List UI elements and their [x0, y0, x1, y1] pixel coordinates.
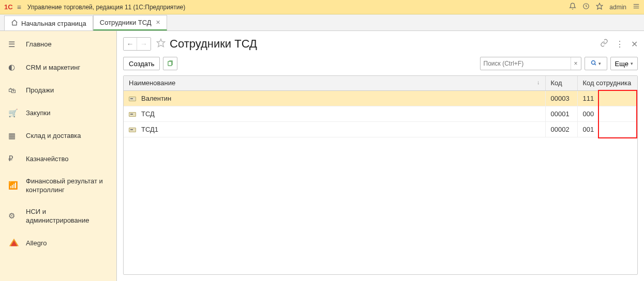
sidebar-item-warehouse[interactable]: ▦ Склад и доставка [0, 124, 116, 147]
svg-line-10 [594, 64, 596, 65]
table: Наименование ↓ Код Код сотрудника Валент… [123, 75, 638, 275]
nav-buttons: ← → [123, 37, 151, 51]
sidebar-label: НСИ и администрирование [26, 207, 108, 225]
sort-indicator-icon: ↓ [537, 79, 540, 85]
cell-code: 00001 [545, 106, 577, 121]
titlebar: 1С ≡ Управление торговлей, редакция 11 (… [0, 0, 644, 14]
cell-name: ТСД1 [124, 121, 545, 137]
table-header-row: Наименование ↓ Код Код сотрудника [124, 76, 637, 90]
svg-marker-7 [157, 39, 165, 46]
magnifier-icon [591, 60, 597, 68]
svg-point-9 [591, 60, 595, 64]
cart-icon: 🛒 [8, 108, 20, 118]
col-name-header[interactable]: Наименование ↓ [124, 76, 545, 90]
cell-emp-code: 000 [577, 106, 637, 121]
sidebar-item-main[interactable]: ☰ Главное [0, 33, 116, 56]
settings-bars-icon[interactable] [633, 3, 640, 11]
sidebar-label: Склад и доставка [26, 131, 81, 140]
sidebar-label: CRM и маркетинг [26, 63, 80, 72]
favorite-star-icon[interactable] [156, 38, 166, 50]
star-icon[interactable] [596, 3, 603, 11]
sidebar-label: Allegro [26, 239, 47, 248]
svg-rect-8 [168, 61, 172, 66]
col-code-header[interactable]: Код [545, 76, 577, 90]
table-row[interactable]: Валентин00003111 [124, 90, 637, 106]
table-row[interactable]: ТСД100002001 [124, 121, 637, 137]
cell-emp-code: 111 [577, 90, 637, 106]
close-tab-icon[interactable]: ✕ [156, 19, 160, 26]
dropdown-menu-icon[interactable]: ≡ [17, 3, 21, 11]
search-box: × [480, 57, 581, 70]
history-icon[interactable] [582, 3, 590, 11]
allegro-icon [8, 238, 20, 249]
page-title: Сотрудники ТСД [170, 37, 257, 51]
sidebar-item-purchases[interactable]: 🛒 Закупки [0, 102, 116, 124]
item-icon [129, 112, 136, 117]
sidebar-item-crm[interactable]: ◐ CRM и маркетинг [0, 56, 116, 79]
create-button[interactable]: Создать [123, 57, 160, 70]
sidebar-label: Главное [26, 40, 52, 49]
clear-search-icon[interactable]: × [571, 57, 581, 70]
chart-icon: 📶 [8, 180, 20, 191]
cell-name-text: ТСД [141, 110, 155, 118]
cell-name-text: Валентин [141, 95, 171, 102]
col-name-label: Наименование [129, 79, 175, 87]
cell-name-text: ТСД1 [141, 126, 158, 133]
tab-active-label: Сотрудники ТСД [100, 19, 152, 26]
chevron-down-icon: ▾ [598, 61, 601, 66]
sidebar-label: Казначейство [26, 154, 68, 164]
back-button[interactable]: ← [124, 38, 137, 50]
sidebar: ☰ Главное ◐ CRM и маркетинг 🛍 Продажи 🛒 … [0, 31, 117, 281]
sidebar-item-nsi[interactable]: ⚙ НСИ и администрирование [0, 201, 116, 231]
tab-active[interactable]: Сотрудники ТСД ✕ [93, 15, 167, 30]
kebab-menu-icon[interactable]: ⋮ [616, 39, 624, 49]
search-input[interactable] [481, 60, 571, 67]
item-icon [129, 97, 136, 101]
forward-button[interactable]: → [137, 38, 151, 50]
sidebar-item-sales[interactable]: 🛍 Продажи [0, 79, 116, 102]
more-button[interactable]: Еще ▾ [610, 57, 638, 70]
item-icon [129, 128, 136, 132]
search-dropdown-button[interactable]: ▾ [585, 57, 607, 70]
tabs-bar: Начальная страница Сотрудники ТСД ✕ [0, 14, 644, 31]
cell-code: 00002 [545, 121, 577, 137]
sidebar-label: Продажи [26, 86, 54, 95]
sidebar-label: Закупки [26, 108, 50, 118]
cell-name: Валентин [124, 90, 545, 106]
link-icon[interactable] [600, 39, 608, 49]
page-header: ← → Сотрудники ТСД ⋮ ✕ [123, 35, 638, 53]
more-label: Еще [615, 60, 628, 68]
cell-name: ТСД [124, 106, 545, 121]
toolbar: Создать × ▾ Еще ▾ [123, 57, 638, 70]
bag-icon: 🛍 [8, 85, 20, 96]
sidebar-item-finance[interactable]: 📶 Финансовый результат и контроллинг [0, 170, 116, 201]
tab-home-label: Начальная страница [21, 20, 86, 27]
ruble-icon: ₽ [8, 153, 20, 164]
grid-icon: ▦ [8, 131, 20, 141]
sidebar-item-treasury[interactable]: ₽ Казначейство [0, 147, 116, 170]
bars-icon: ☰ [8, 39, 20, 50]
bell-icon[interactable] [569, 3, 576, 11]
pie-icon: ◐ [8, 62, 20, 72]
gear-icon: ⚙ [8, 211, 20, 221]
home-icon [11, 19, 18, 28]
sidebar-label: Финансовый результат и контроллинг [26, 177, 108, 195]
chevron-down-icon: ▾ [631, 61, 633, 66]
svg-marker-1 [596, 3, 603, 9]
sidebar-item-allegro[interactable]: Allegro [0, 231, 116, 255]
cell-code: 00003 [545, 90, 577, 106]
tab-home[interactable]: Начальная страница [4, 15, 93, 30]
app-title: Управление торговлей, редакция 11 (1С:Пр… [27, 4, 185, 11]
table-row[interactable]: ТСД00001000 [124, 106, 637, 121]
app-logo: 1С [4, 3, 13, 11]
cell-emp-code: 001 [577, 121, 637, 137]
create-copy-button[interactable] [163, 57, 177, 70]
close-page-icon[interactable]: ✕ [631, 39, 638, 49]
col-emp-header[interactable]: Код сотрудника [577, 76, 637, 90]
user-label[interactable]: admin [609, 4, 626, 11]
